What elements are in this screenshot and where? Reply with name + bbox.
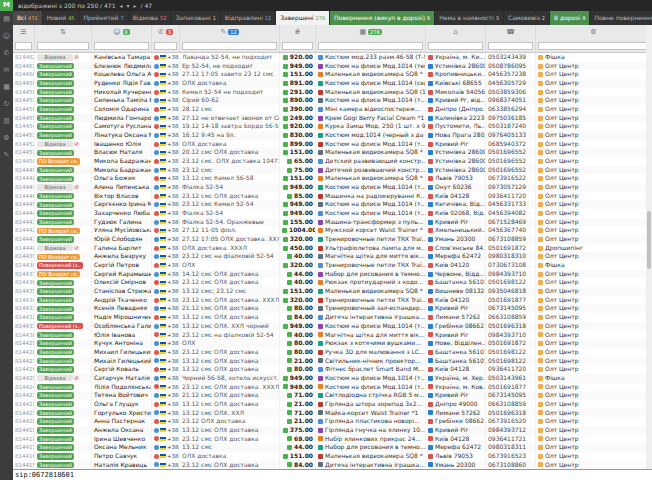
table-row[interactable]: 814434ЗавершенийАндрій Ткаченко+3823.12 …: [13, 296, 652, 305]
table-row[interactable]: 814444ЗавершенийЗахарченко Люба+38Фіалка…: [13, 209, 652, 218]
customer-phone[interactable]: +38: [152, 365, 180, 374]
calls-icon[interactable]: ✆: [0, 45, 13, 62]
order-product[interactable]: Маленькая видеокамера SQ8 *: [316, 174, 426, 183]
order-product[interactable]: Маленькая видеокамера SQ8 *: [316, 452, 426, 461]
table-row[interactable]: 814462Відмова⊘Канівська Тамара+38Лаванда…: [13, 53, 652, 62]
order-product[interactable]: Курка Замш Мод. 250 (1 шт. х 9: [316, 122, 426, 131]
table-row[interactable]: 814459ЗавершенийРуденко Лідія Гав...+38О…: [13, 79, 652, 88]
tab-прийнятий[interactable]: Прийнятий7: [80, 11, 129, 25]
money-icon[interactable]: ₴: [295, 28, 300, 36]
customer-phone[interactable]: +38: [152, 426, 180, 435]
table-row[interactable]: 814461ЗавершенийБлезнюк Людмила А...+38Е…: [13, 62, 652, 71]
customer-name[interactable]: Юлія Іванова: [92, 331, 152, 340]
sort-icon[interactable]: ⇅: [60, 28, 66, 36]
table-row[interactable]: 814427ЗавершенийМихаїл Гилецький+3813.12…: [13, 357, 652, 366]
customer-name[interactable]: Сергій Петров: [92, 261, 152, 270]
settings-icon[interactable]: ⚙: [0, 130, 13, 147]
customer-phone[interactable]: +38: [152, 235, 180, 244]
order-product[interactable]: Маленькая видеокамера SQ8 *: [316, 287, 426, 296]
table-row[interactable]: 814455ЗавершенийЛюдмила Гончарова+3827.1…: [13, 114, 652, 123]
customer-phone[interactable]: +38: [152, 166, 180, 175]
order-product[interactable]: Тренировочные петли TRX Trai...: [316, 235, 426, 244]
customer-name[interactable]: Анжела Оксана: [92, 426, 152, 435]
table-row[interactable]: 814430ЗавершенийЮлія Іванова+3823.12 смс…: [13, 331, 652, 340]
order-product[interactable]: Костюм на флисе Мод.1014 (т...: [316, 209, 426, 218]
table-row[interactable]: 814425Відмова⊘Сатарчук Наталія Г...+38Чо…: [13, 374, 652, 383]
order-product[interactable]: Магнітна щітка для миття вік...: [316, 331, 426, 340]
table-row[interactable]: 814449ЗавершенийМикола Бадражан+3823.12 …: [13, 166, 652, 175]
customer-phone[interactable]: +38: [152, 383, 180, 392]
customer-phone[interactable]: +38: [152, 461, 180, 469]
table-row[interactable]: 814441ЗавершенийЮрій Слободян+3827.12 17…: [13, 235, 652, 244]
app-logo[interactable]: M: [0, 0, 13, 11]
table-row[interactable]: 814421ЗавершенийГоргулько Христин...+381…: [13, 409, 652, 418]
customer-phone[interactable]: +38: [152, 452, 180, 461]
order-product[interactable]: Дитяча інтерактивна іграшка...: [316, 313, 426, 322]
order-product[interactable]: Набор для рисования в темно...: [316, 443, 426, 452]
customer-name[interactable]: Уляна Мусійовська: [92, 226, 152, 235]
customer-name[interactable]: Анжела Безруку: [92, 252, 152, 261]
location-icon[interactable]: ⌂: [453, 28, 457, 36]
tab-повернення-(викуп-в-дорозі)[interactable]: Повернення (викуп в дорозі)6: [330, 11, 435, 25]
customer-phone[interactable]: +38: [152, 226, 180, 235]
filter-input[interactable]: [154, 42, 177, 50]
customer-name[interactable]: Гудзюк Галина: [92, 218, 152, 227]
table-row[interactable]: 814428ЗавершенийМихаил Гилецький+3823.12…: [13, 348, 652, 357]
filter-input[interactable]: [488, 42, 533, 50]
customer-name[interactable]: Силенька Таміла В...: [92, 96, 152, 105]
customer-phone[interactable]: +38: [152, 148, 180, 157]
customer-phone[interactable]: +38: [152, 374, 180, 383]
table-row[interactable]: 814450ПО Возврат ск.Микола Бадражан+3823…: [13, 157, 652, 166]
products-icon[interactable]: ▦: [0, 79, 13, 96]
table-row[interactable]: 814431Повернений (з..Особлянська Галин..…: [13, 322, 652, 331]
order-product[interactable]: Тренировочные петли TRX Trai...: [316, 261, 426, 270]
table-row[interactable]: 814451ЗавершенийВласюк Наталя+3820.12 см…: [13, 148, 652, 157]
table-row[interactable]: 814424ЗавершенийЛілія Подолянська+3823.1…: [13, 383, 652, 392]
customer-name[interactable]: Оксана Мельник: [92, 443, 152, 452]
customer-name[interactable]: Михаил Гилецький: [92, 348, 152, 357]
handset-icon[interactable]: ☎: [506, 28, 515, 36]
order-product[interactable]: Набор для рисования в темно...: [316, 270, 426, 279]
table-row[interactable]: 814422ЗавершенийОльга Глущук+3813.12 смс…: [13, 400, 652, 409]
customer-phone[interactable]: +38: [152, 278, 180, 287]
customer-phone[interactable]: +38: [152, 157, 180, 166]
filter-input[interactable]: [538, 42, 649, 50]
tab-новий[interactable]: Новий45: [43, 11, 80, 25]
table-row[interactable]: 814445ЗавершенийСергєєнко Ірина М...+382…: [13, 200, 652, 209]
customer-name[interactable]: Микола Бадражан: [92, 157, 152, 166]
customer-name[interactable]: Лінатука Оксана М...: [92, 131, 152, 140]
customer-phone[interactable]: +38: [152, 131, 180, 140]
customer-name[interactable]: Анна Пастернак: [92, 417, 152, 426]
customer-phone[interactable]: +38: [152, 331, 180, 340]
customer-phone[interactable]: +38: [152, 417, 180, 426]
customer-phone[interactable]: +38: [152, 96, 180, 105]
customer-name[interactable]: Наталія Кравець: [92, 461, 152, 469]
tab-відмова[interactable]: Відмова52: [129, 11, 172, 25]
gear-icon[interactable]: ⚙: [590, 28, 596, 36]
customer-name[interactable]: Коцелева Ольга Ар...: [92, 70, 152, 79]
customer-name[interactable]: Ольга Божик: [92, 174, 152, 183]
customer-name[interactable]: Канівська Тамара: [92, 53, 152, 62]
order-product[interactable]: Магнітна щітка для миття вік...: [316, 252, 426, 261]
customer-name[interactable]: Людмила Гончарова: [92, 114, 152, 123]
order-product[interactable]: Міні камера відеоспостереж...: [316, 105, 426, 114]
customer-name[interactable]: Алена Липенська: [92, 183, 152, 192]
order-product[interactable]: Костюм на флисе Мод.1014 (т...: [316, 183, 426, 192]
customer-phone[interactable]: +38: [152, 435, 180, 444]
table-row[interactable]: 814443ЗавершенийГудзюк Галина+38Фіалка 5…: [13, 218, 652, 227]
customer-name[interactable]: Юрій Слободян: [92, 235, 152, 244]
menu-icon[interactable]: ▤: [0, 11, 13, 28]
customer-name[interactable]: Николай Кучеренко: [92, 88, 152, 97]
filter-input[interactable]: [94, 42, 149, 50]
customer-name[interactable]: Особлянська Галин...: [92, 322, 152, 331]
customer-name[interactable]: Руденко Лідія Гав...: [92, 79, 152, 88]
customer-phone[interactable]: +38: [152, 114, 180, 123]
order-product[interactable]: Тренировочные петли TRX Trai...: [316, 296, 426, 305]
customer-phone[interactable]: +38: [152, 313, 180, 322]
customer-name[interactable]: Петро Савчук: [92, 452, 152, 461]
table-row[interactable]: 814437ПО Возврат ск.Сергей Карамышев+381…: [13, 270, 652, 279]
customer-name[interactable]: Віктор Власов: [92, 192, 152, 201]
customer-phone[interactable]: +38: [152, 252, 180, 261]
table-row[interactable]: 814420ЗавершенийАнна Пастернак+3823.12 О…: [13, 417, 652, 426]
customer-phone[interactable]: +38: [152, 391, 180, 400]
